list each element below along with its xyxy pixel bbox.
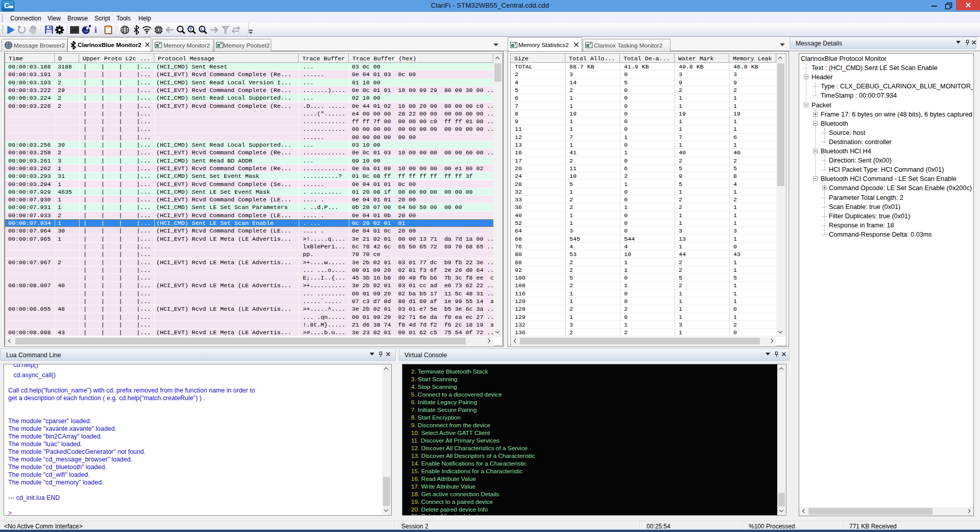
svg-text:Lua: Lua xyxy=(84,30,88,33)
svg-text:T: T xyxy=(189,27,193,32)
svg-text:L: L xyxy=(201,27,204,32)
